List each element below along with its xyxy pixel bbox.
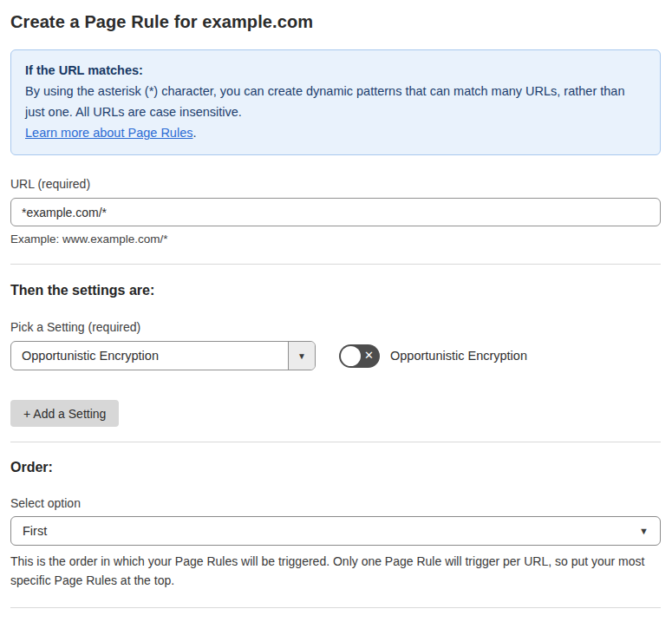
callout-link-line: Learn more about Page Rules. — [25, 122, 646, 143]
callout-heading: If the URL matches: — [25, 60, 646, 81]
toggle-off-x-icon: ✕ — [364, 350, 374, 361]
order-select-value: First — [23, 524, 639, 538]
learn-more-link[interactable]: Learn more about Page Rules — [25, 126, 192, 140]
callout-link-suffix: . — [192, 126, 196, 140]
toggle-knob — [341, 346, 361, 366]
divider — [10, 607, 661, 608]
order-select-label: Select option — [10, 496, 661, 510]
order-help-text: This is the order in which your Page Rul… — [10, 552, 656, 590]
chevron-down-icon: ▼ — [639, 526, 649, 536]
setting-select-value: Opportunistic Encryption — [11, 342, 288, 370]
pick-setting-label: Pick a Setting (required) — [10, 320, 661, 334]
opportunistic-encryption-toggle[interactable]: ✕ — [339, 344, 380, 368]
callout-body: By using the asterisk (*) character, you… — [25, 81, 646, 122]
divider — [10, 442, 661, 442]
add-setting-button[interactable]: + Add a Setting — [10, 400, 119, 427]
setting-select[interactable]: Opportunistic Encryption ▼ — [10, 341, 316, 370]
url-matches-info-callout: If the URL matches: By using the asteris… — [10, 49, 661, 155]
callout-body-text: By using the asterisk (*) character, you… — [25, 84, 625, 119]
setting-select-arrow-button[interactable]: ▼ — [288, 342, 315, 370]
order-select[interactable]: First ▼ — [10, 516, 661, 546]
page-title: Create a Page Rule for example.com — [10, 12, 661, 32]
chevron-down-icon: ▼ — [297, 351, 306, 361]
setting-row: Opportunistic Encryption ▼ ✕ Opportunist… — [10, 341, 661, 370]
settings-section-heading: Then the settings are: — [10, 283, 661, 298]
url-input[interactable] — [10, 198, 661, 226]
order-section-heading: Order: — [10, 460, 661, 475]
toggle-label: Opportunistic Encryption — [390, 349, 527, 363]
url-field-label: URL (required) — [10, 177, 661, 191]
divider — [10, 264, 661, 265]
url-example-text: Example: www.example.com/* — [10, 232, 661, 246]
create-page-rule-panel: Create a Page Rule for example.com If th… — [0, 0, 672, 622]
